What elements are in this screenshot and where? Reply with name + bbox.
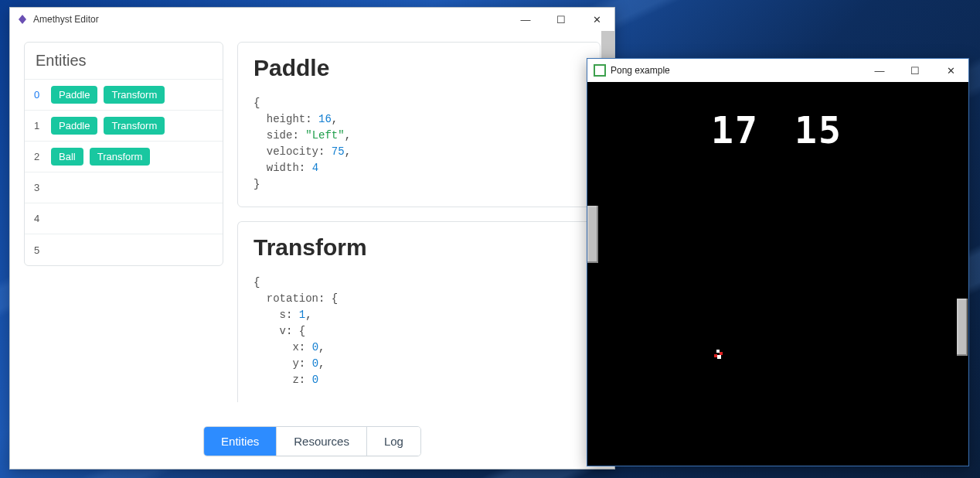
minimize-button[interactable]: — — [862, 59, 897, 82]
component-cards: Paddle{ height: 16, side: "Left", veloci… — [237, 42, 601, 469]
entity-index: 2 — [34, 151, 45, 162]
maximize-button[interactable]: ☐ — [897, 59, 933, 82]
component-tag[interactable]: Transform — [90, 148, 151, 166]
editor-titlebar[interactable]: Amethyst Editor — ☐ ✕ — [10, 8, 614, 31]
component-card: Transform{ rotation: { s: 1, v: { x: 0, … — [237, 221, 601, 402]
component-tag[interactable]: Paddle — [51, 86, 97, 104]
entities-panel: Entities 0PaddleTransform1PaddleTransfor… — [24, 42, 223, 266]
svg-rect-2 — [720, 352, 723, 355]
component-data: { rotation: { s: 1, v: { x: 0, y: 0, z: … — [254, 275, 584, 388]
bottom-tabs: EntitiesResourcesLog — [203, 426, 421, 456]
pong-titlebar[interactable]: Pong example — ☐ ✕ — [587, 59, 968, 82]
component-title: Paddle — [254, 55, 584, 81]
svg-rect-3 — [714, 354, 717, 357]
editor-title: Amethyst Editor — [33, 14, 99, 25]
tab-log[interactable]: Log — [367, 427, 420, 456]
pong-game-canvas: 17 15 — [587, 82, 968, 466]
window-controls: — ☐ ✕ — [862, 59, 968, 82]
entity-index: 0 — [34, 89, 45, 101]
entity-index: 1 — [34, 120, 45, 131]
score-right: 15 — [795, 108, 842, 152]
editor-body: Entities 0PaddleTransform1PaddleTransfor… — [10, 31, 614, 469]
pong-app-icon — [594, 64, 606, 77]
svg-marker-0 — [19, 15, 26, 24]
entity-index: 5 — [34, 244, 45, 256]
ball — [714, 350, 725, 360]
app-logo-icon — [16, 13, 29, 26]
entity-row[interactable]: 1PaddleTransform — [25, 111, 223, 142]
maximize-button[interactable]: ☐ — [543, 8, 579, 31]
component-tag[interactable]: Paddle — [51, 117, 97, 135]
paddle-left — [587, 206, 598, 263]
component-tag[interactable]: Ball — [51, 148, 83, 166]
entity-index: 4 — [34, 213, 45, 224]
svg-rect-1 — [716, 350, 720, 353]
component-title: Transform — [254, 234, 584, 261]
component-tag[interactable]: Transform — [104, 86, 165, 104]
score-left: 17 — [711, 108, 759, 152]
tab-entities[interactable]: Entities — [204, 427, 277, 456]
entity-row[interactable]: 3 — [25, 172, 223, 203]
entity-row[interactable]: 4 — [25, 203, 223, 234]
component-tag[interactable]: Transform — [104, 117, 165, 135]
svg-rect-4 — [717, 355, 721, 359]
pong-title: Pong example — [611, 65, 670, 76]
minimize-button[interactable]: — — [508, 8, 543, 31]
component-card: Paddle{ height: 16, side: "Left", veloci… — [237, 42, 601, 207]
entity-row[interactable]: 5 — [25, 234, 223, 265]
editor-window: Amethyst Editor — ☐ ✕ Entities 0PaddleTr… — [9, 7, 615, 469]
close-button[interactable]: ✕ — [579, 8, 614, 31]
pong-window: Pong example — ☐ ✕ 17 15 — [587, 58, 969, 466]
tab-resources[interactable]: Resources — [277, 427, 367, 456]
entities-heading: Entities — [25, 43, 223, 80]
paddle-right — [957, 299, 968, 356]
entity-row[interactable]: 0PaddleTransform — [25, 80, 223, 111]
close-button[interactable]: ✕ — [933, 59, 968, 82]
window-controls: — ☐ ✕ — [508, 8, 614, 31]
component-data: { height: 16, side: "Left", velocity: 75… — [254, 95, 584, 193]
entity-row[interactable]: 2BallTransform — [25, 142, 223, 172]
entity-index: 3 — [34, 182, 45, 193]
